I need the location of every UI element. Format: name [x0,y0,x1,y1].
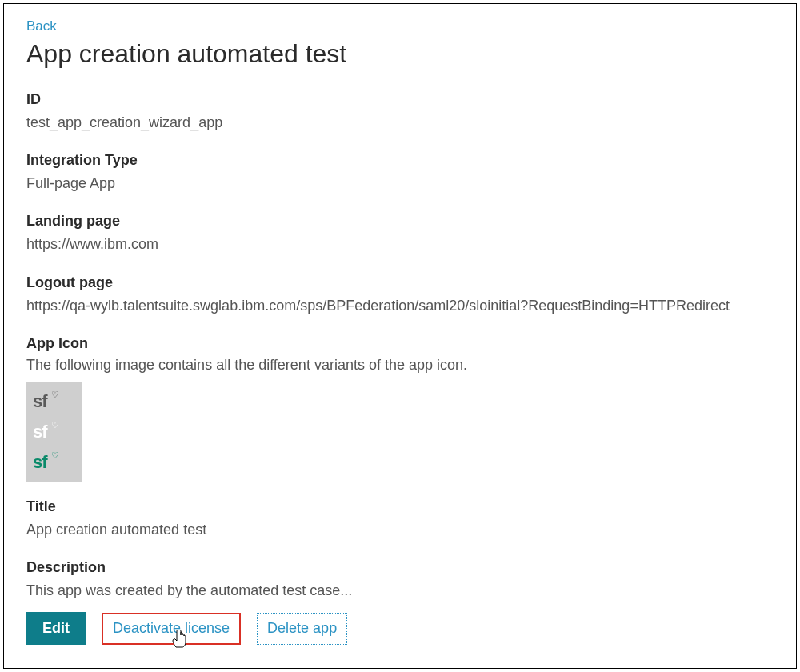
back-link[interactable]: Back [26,18,57,34]
value-title: App creation automated test [26,520,774,540]
page-title: App creation automated test [26,39,774,69]
label-title: Title [26,498,774,515]
value-logout-page: https://qa-wylb.talentsuite.swglab.ibm.c… [26,296,774,316]
label-id: ID [26,91,774,108]
label-landing-page: Landing page [26,213,774,230]
value-integration-type: Full-page App [26,174,774,194]
value-id: test_app_creation_wizard_app [26,113,774,133]
section-landing-page: Landing page https://www.ibm.com [26,213,774,254]
app-icon-variant-dark: sf♡ [33,393,47,410]
delete-app-link[interactable]: Delete app [257,613,347,645]
deactivate-license-label: Deactivate license [113,620,230,637]
section-description: Description This app was created by the … [26,559,774,601]
action-row: Edit Deactivate license Delete app [26,612,774,645]
label-app-icon: App Icon [26,335,774,352]
value-landing-page: https://www.ibm.com [26,234,774,254]
deactivate-license-link[interactable]: Deactivate license [102,613,241,645]
label-description: Description [26,559,774,576]
app-details-panel: Back App creation automated test ID test… [3,3,797,669]
section-app-icon: App Icon The following image contains al… [26,335,774,482]
label-integration-type: Integration Type [26,152,774,169]
label-logout-page: Logout page [26,274,774,291]
app-icon-variant-teal: sf♡ [33,454,47,471]
app-icon-variant-light: sf♡ [33,423,47,441]
section-logout-page: Logout page https://qa-wylb.talentsuite.… [26,274,774,316]
section-integration-type: Integration Type Full-page App [26,152,774,194]
app-icon-description: The following image contains all the dif… [26,357,774,374]
value-description: This app was created by the automated te… [26,581,774,601]
edit-button[interactable]: Edit [26,612,86,645]
app-icon-sprite: sf♡ sf♡ sf♡ [26,382,82,482]
section-title: Title App creation automated test [26,498,774,540]
section-id: ID test_app_creation_wizard_app [26,91,774,133]
